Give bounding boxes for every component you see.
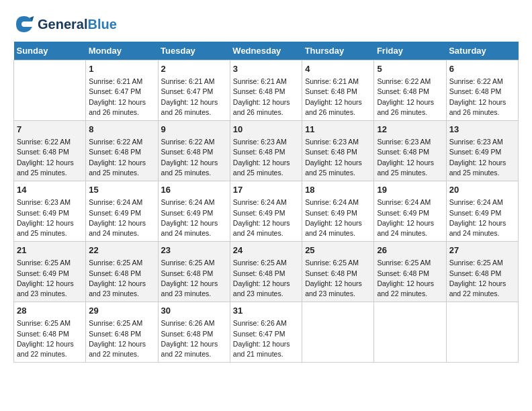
col-sunday: Sunday — [14, 42, 86, 60]
day-info: Sunrise: 6:23 AM Sunset: 6:48 PM Dayligh… — [377, 137, 443, 178]
calendar-cell: 11Sunrise: 6:23 AM Sunset: 6:48 PM Dayli… — [302, 121, 374, 181]
calendar-cell — [302, 302, 374, 363]
day-number: 14 — [17, 184, 83, 196]
calendar-cell: 8Sunrise: 6:22 AM Sunset: 6:48 PM Daylig… — [86, 121, 158, 181]
calendar-table: Sunday Monday Tuesday Wednesday Thursday… — [13, 42, 519, 363]
day-number: 26 — [377, 244, 443, 257]
calendar-cell: 26Sunrise: 6:25 AM Sunset: 6:48 PM Dayli… — [374, 242, 446, 302]
day-number: 1 — [89, 63, 154, 75]
calendar-cell — [446, 302, 518, 363]
day-number: 25 — [305, 244, 371, 257]
calendar-cell: 19Sunrise: 6:24 AM Sunset: 6:49 PM Dayli… — [374, 181, 446, 242]
day-info: Sunrise: 6:24 AM Sunset: 6:49 PM Dayligh… — [305, 197, 371, 238]
day-number: 28 — [17, 305, 83, 317]
calendar-cell: 5Sunrise: 6:22 AM Sunset: 6:48 PM Daylig… — [374, 60, 446, 121]
day-info: Sunrise: 6:25 AM Sunset: 6:48 PM Dayligh… — [233, 258, 299, 299]
calendar-cell: 3Sunrise: 6:21 AM Sunset: 6:48 PM Daylig… — [230, 60, 302, 121]
logo-icon — [13, 13, 35, 35]
day-info: Sunrise: 6:25 AM Sunset: 6:48 PM Dayligh… — [89, 318, 154, 359]
calendar-cell: 22Sunrise: 6:25 AM Sunset: 6:48 PM Dayli… — [86, 242, 158, 302]
calendar-cell: 18Sunrise: 6:24 AM Sunset: 6:49 PM Dayli… — [302, 181, 374, 242]
day-number: 6 — [449, 63, 515, 75]
calendar-cell: 7Sunrise: 6:22 AM Sunset: 6:48 PM Daylig… — [14, 121, 86, 181]
calendar-cell: 23Sunrise: 6:25 AM Sunset: 6:48 PM Dayli… — [158, 242, 230, 302]
day-info: Sunrise: 6:22 AM Sunset: 6:48 PM Dayligh… — [161, 137, 227, 178]
calendar-week-3: 14Sunrise: 6:23 AM Sunset: 6:49 PM Dayli… — [14, 181, 519, 242]
col-wednesday: Wednesday — [230, 42, 302, 60]
calendar-cell: 10Sunrise: 6:23 AM Sunset: 6:48 PM Dayli… — [230, 121, 302, 181]
calendar-cell: 28Sunrise: 6:25 AM Sunset: 6:48 PM Dayli… — [14, 302, 86, 363]
day-info: Sunrise: 6:24 AM Sunset: 6:49 PM Dayligh… — [233, 197, 299, 238]
day-number: 15 — [89, 184, 154, 196]
calendar-cell: 17Sunrise: 6:24 AM Sunset: 6:49 PM Dayli… — [230, 181, 302, 242]
logo-text: GeneralBlue — [38, 17, 117, 32]
day-info: Sunrise: 6:26 AM Sunset: 6:48 PM Dayligh… — [161, 318, 227, 359]
calendar-cell: 12Sunrise: 6:23 AM Sunset: 6:48 PM Dayli… — [374, 121, 446, 181]
day-number: 5 — [377, 63, 443, 75]
calendar-cell — [374, 302, 446, 363]
day-number: 9 — [161, 124, 227, 136]
day-number: 17 — [233, 184, 299, 196]
day-info: Sunrise: 6:24 AM Sunset: 6:49 PM Dayligh… — [89, 197, 154, 238]
day-info: Sunrise: 6:25 AM Sunset: 6:49 PM Dayligh… — [17, 258, 83, 299]
calendar-week-4: 21Sunrise: 6:25 AM Sunset: 6:49 PM Dayli… — [14, 242, 519, 302]
day-info: Sunrise: 6:22 AM Sunset: 6:48 PM Dayligh… — [89, 137, 154, 178]
calendar-cell: 6Sunrise: 6:22 AM Sunset: 6:48 PM Daylig… — [446, 60, 518, 121]
day-info: Sunrise: 6:25 AM Sunset: 6:48 PM Dayligh… — [305, 258, 371, 299]
day-info: Sunrise: 6:21 AM Sunset: 6:48 PM Dayligh… — [305, 77, 371, 118]
day-number: 31 — [233, 305, 299, 317]
day-info: Sunrise: 6:22 AM Sunset: 6:48 PM Dayligh… — [449, 77, 515, 118]
calendar-cell: 31Sunrise: 6:26 AM Sunset: 6:47 PM Dayli… — [230, 302, 302, 363]
calendar-cell: 15Sunrise: 6:24 AM Sunset: 6:49 PM Dayli… — [86, 181, 158, 242]
day-number: 21 — [17, 244, 83, 257]
calendar-cell: 14Sunrise: 6:23 AM Sunset: 6:49 PM Dayli… — [14, 181, 86, 242]
day-number: 4 — [305, 63, 371, 75]
day-number: 18 — [305, 184, 371, 196]
day-number: 12 — [377, 124, 443, 136]
day-number: 10 — [233, 124, 299, 136]
day-number: 30 — [161, 305, 227, 317]
day-info: Sunrise: 6:26 AM Sunset: 6:47 PM Dayligh… — [233, 318, 299, 359]
day-info: Sunrise: 6:25 AM Sunset: 6:48 PM Dayligh… — [377, 258, 443, 299]
day-info: Sunrise: 6:21 AM Sunset: 6:47 PM Dayligh… — [89, 77, 154, 118]
calendar-cell: 25Sunrise: 6:25 AM Sunset: 6:48 PM Dayli… — [302, 242, 374, 302]
calendar-week-1: 1Sunrise: 6:21 AM Sunset: 6:47 PM Daylig… — [14, 60, 519, 121]
calendar-week-5: 28Sunrise: 6:25 AM Sunset: 6:48 PM Dayli… — [14, 302, 519, 363]
calendar-cell: 1Sunrise: 6:21 AM Sunset: 6:47 PM Daylig… — [86, 60, 158, 121]
day-number: 7 — [17, 124, 83, 136]
calendar-cell: 2Sunrise: 6:21 AM Sunset: 6:47 PM Daylig… — [158, 60, 230, 121]
day-info: Sunrise: 6:23 AM Sunset: 6:48 PM Dayligh… — [233, 137, 299, 178]
day-info: Sunrise: 6:21 AM Sunset: 6:47 PM Dayligh… — [161, 77, 227, 118]
col-monday: Monday — [86, 42, 158, 60]
day-number: 11 — [305, 124, 371, 136]
col-tuesday: Tuesday — [158, 42, 230, 60]
col-saturday: Saturday — [446, 42, 518, 60]
calendar-cell: 24Sunrise: 6:25 AM Sunset: 6:48 PM Dayli… — [230, 242, 302, 302]
day-info: Sunrise: 6:24 AM Sunset: 6:49 PM Dayligh… — [161, 197, 227, 238]
calendar-cell: 30Sunrise: 6:26 AM Sunset: 6:48 PM Dayli… — [158, 302, 230, 363]
day-info: Sunrise: 6:24 AM Sunset: 6:49 PM Dayligh… — [449, 197, 515, 238]
calendar-cell: 13Sunrise: 6:23 AM Sunset: 6:49 PM Dayli… — [446, 121, 518, 181]
day-info: Sunrise: 6:25 AM Sunset: 6:48 PM Dayligh… — [17, 318, 83, 359]
calendar-cell: 20Sunrise: 6:24 AM Sunset: 6:49 PM Dayli… — [446, 181, 518, 242]
day-info: Sunrise: 6:25 AM Sunset: 6:48 PM Dayligh… — [161, 258, 227, 299]
day-info: Sunrise: 6:21 AM Sunset: 6:48 PM Dayligh… — [233, 77, 299, 118]
day-number: 8 — [89, 124, 154, 136]
day-info: Sunrise: 6:24 AM Sunset: 6:49 PM Dayligh… — [377, 197, 443, 238]
day-number: 22 — [89, 244, 154, 257]
day-number: 29 — [89, 305, 154, 317]
day-info: Sunrise: 6:23 AM Sunset: 6:48 PM Dayligh… — [305, 137, 371, 178]
logo: GeneralBlue — [13, 13, 117, 35]
header-row: Sunday Monday Tuesday Wednesday Thursday… — [14, 42, 519, 60]
calendar-cell: 16Sunrise: 6:24 AM Sunset: 6:49 PM Dayli… — [158, 181, 230, 242]
day-number: 19 — [377, 184, 443, 196]
day-number: 24 — [233, 244, 299, 257]
day-number: 27 — [449, 244, 515, 257]
day-number: 13 — [449, 124, 515, 136]
day-info: Sunrise: 6:23 AM Sunset: 6:49 PM Dayligh… — [17, 197, 83, 238]
calendar-cell: 29Sunrise: 6:25 AM Sunset: 6:48 PM Dayli… — [86, 302, 158, 363]
day-info: Sunrise: 6:22 AM Sunset: 6:48 PM Dayligh… — [377, 77, 443, 118]
col-friday: Friday — [374, 42, 446, 60]
day-info: Sunrise: 6:25 AM Sunset: 6:48 PM Dayligh… — [449, 258, 515, 299]
day-number: 2 — [161, 63, 227, 75]
